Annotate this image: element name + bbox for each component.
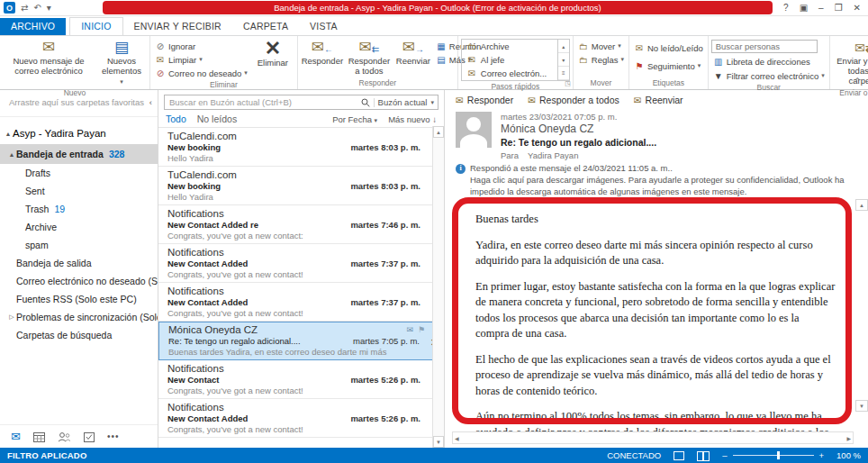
zoom-in-icon[interactable]: + xyxy=(819,450,825,460)
message-row[interactable]: TuCalendi.com New bookingmartes 8:03 p. … xyxy=(158,128,444,167)
message-sender[interactable]: Mónica Oneyda CZ xyxy=(501,123,857,135)
folder-carpetas-busqueda[interactable]: Carpetas de búsqueda xyxy=(0,326,158,344)
reply-all-icon: ✉ xyxy=(528,95,536,105)
reenviar-button[interactable]: ✉→ Reenviar xyxy=(394,38,432,68)
tab-vista[interactable]: VISTA xyxy=(299,18,348,35)
quick-steps-dialog-launcher-icon[interactable]: ◳ xyxy=(565,80,571,87)
eliminar-button[interactable]: ✕ Eliminar xyxy=(251,38,294,69)
new-items-button[interactable]: ▤ Nuevos elementos ▾ xyxy=(96,38,147,87)
people-nav-icon[interactable] xyxy=(58,431,71,442)
responder-action[interactable]: ✉Responder xyxy=(456,95,513,105)
zoom-level[interactable]: 100 % xyxy=(836,450,861,460)
restore-button[interactable]: ❐ xyxy=(835,3,843,13)
close-button[interactable]: ✕ xyxy=(854,3,861,13)
search-input[interactable]: Buscar en Buzón actual (Ctrl+B) xyxy=(165,97,357,107)
quick-steps-scroll[interactable]: ▴▾≡ xyxy=(557,40,569,80)
reenviar-action[interactable]: ✉Reenviar xyxy=(634,95,683,105)
qat-customize-caret-icon[interactable]: ▾ xyxy=(47,4,51,13)
no-leido-button[interactable]: ✉No leído/Leído xyxy=(632,41,705,54)
message-row-selected[interactable]: ✉⚑ ✕ Mónica Oneyda CZ Re: Te tengo un re… xyxy=(158,322,444,360)
scroll-left-icon[interactable]: ◀ xyxy=(455,435,459,441)
tasks-nav-icon[interactable] xyxy=(84,431,95,442)
reading-pane-scrollbar[interactable]: ▲ ▼ xyxy=(855,199,868,412)
scroll-up-icon[interactable]: ▲ xyxy=(855,199,868,211)
tab-enviar-y-recibir[interactable]: ENVIAR Y RECIBIR xyxy=(123,18,232,35)
message-row[interactable]: Notifications New Contact Addedmartes 5:… xyxy=(158,399,444,438)
normal-view-icon[interactable] xyxy=(674,451,684,460)
send-receive-icon[interactable]: ⇄ xyxy=(21,4,28,13)
reading-view-icon[interactable] xyxy=(697,451,710,460)
reply-all-icon: ✉⇇ xyxy=(359,39,380,57)
tab-carpeta[interactable]: CARPETA xyxy=(232,18,299,35)
scroll-down-icon[interactable]: ▼ xyxy=(433,436,444,448)
help-button[interactable]: ? xyxy=(783,3,789,13)
limpiar-button[interactable]: ✉Limpiar▾ xyxy=(153,53,249,66)
message-row[interactable]: Notifications New Contact Added remartes… xyxy=(158,205,444,244)
tab-inicio[interactable]: INICIO xyxy=(69,17,122,35)
unread-envelope-icon: ✉ xyxy=(634,43,645,53)
connected-status: CONECTADO xyxy=(607,450,661,460)
undo-icon[interactable]: ↶ xyxy=(33,4,41,13)
folder-bandeja-salida[interactable]: Bandeja de salida xyxy=(0,254,158,272)
sort-by-dropdown[interactable]: Por Fecha ▾ xyxy=(332,114,377,124)
message-row[interactable]: Notifications New Contact Addedmartes 7:… xyxy=(158,244,444,283)
responder-a-todos-button[interactable]: ✉⇇ Responder a todos xyxy=(346,38,393,77)
quick-step-al-jefe[interactable]: ✉Al jefe xyxy=(462,53,557,67)
enviar-recibir-button[interactable]: ✉⇄ Enviar y recibir todas las carpetas xyxy=(833,38,868,87)
folder-sent[interactable]: Sent xyxy=(0,182,158,200)
reglas-button[interactable]: 🗀Reglas▾ xyxy=(576,53,626,66)
calendar-nav-icon[interactable] xyxy=(33,431,45,442)
folder-trash[interactable]: Trash19 xyxy=(0,200,158,218)
message-body-container: Buenas tardes Yadira, en este correo des… xyxy=(445,197,868,431)
collapse-ribbon-icon[interactable]: ⌃ xyxy=(854,77,861,86)
responder-todos-action[interactable]: ✉Responder a todos xyxy=(528,95,619,105)
ribbon-display-options-button[interactable]: ▣ xyxy=(800,3,808,13)
libreta-direcciones-button[interactable]: ▥Libreta de direcciones xyxy=(711,55,827,68)
folder-archive[interactable]: Archive xyxy=(0,218,158,236)
new-mail-button[interactable]: ✉ Nuevo mensaje de correo electrónico xyxy=(3,38,95,77)
sort-direction[interactable]: Más nuevo ↓ xyxy=(388,114,437,124)
folder-tree: ▲Asyp - Yadira Payan ▲Bandeja de entrada… xyxy=(0,117,158,424)
scroll-up-icon[interactable]: ▲ xyxy=(433,126,444,138)
filter-todo[interactable]: Todo xyxy=(166,113,186,124)
correo-no-deseado-button[interactable]: ⊘Correo no deseado▾ xyxy=(153,67,249,79)
message-list-scrollbar[interactable]: ▲ ▼ xyxy=(432,126,444,448)
nav-more-icon[interactable]: ••• xyxy=(107,431,120,441)
horizontal-scrollbar[interactable]: ◀ ▶ xyxy=(452,431,854,444)
folder-drafts[interactable]: Drafts xyxy=(0,164,158,182)
filter-funnel-icon: ▼ xyxy=(713,71,724,81)
quick-step-archive[interactable]: 🗀Archive xyxy=(462,40,557,53)
filtrar-correo-button[interactable]: ▼Filtrar correo electrónico▾ xyxy=(711,69,827,82)
scroll-down-icon[interactable]: ▼ xyxy=(855,400,868,412)
forward-icon: ✉→ xyxy=(402,39,424,57)
filter-applied-status[interactable]: FILTRO APLICADO xyxy=(7,450,87,460)
ignorar-button[interactable]: ⊘Ignorar xyxy=(153,40,249,52)
message-row[interactable]: Notifications New Contact Addedmartes 7:… xyxy=(158,283,444,322)
seguimiento-button[interactable]: ⚑Seguimiento▾ xyxy=(632,59,705,72)
search-scope-dropdown[interactable]: Buzón actual▾ xyxy=(375,97,438,107)
folder-spam[interactable]: spam xyxy=(0,236,158,254)
folder-account[interactable]: ▲Asyp - Yadira Payan xyxy=(0,123,158,144)
minimize-button[interactable]: – xyxy=(818,3,824,13)
folder-fuentes-rss[interactable]: Fuentes RSS (Solo este PC) xyxy=(0,290,158,308)
scroll-right-icon[interactable]: ▶ xyxy=(846,435,851,441)
message-row[interactable]: Notifications New Contactmartes 5:26 p. … xyxy=(158,360,444,399)
message-row[interactable]: TuCalendi.com New bookingmartes 8:03 p. … xyxy=(158,167,444,205)
folder-no-deseado[interactable]: Correo electrónico no deseado (Sol... xyxy=(0,272,158,290)
flag-icon[interactable]: ⚑ xyxy=(418,325,425,334)
search-icon[interactable] xyxy=(357,98,375,107)
filter-no-leidos[interactable]: No leídos xyxy=(197,113,237,124)
collapse-folder-pane-icon[interactable]: ‹ xyxy=(149,97,152,107)
responder-button[interactable]: ✉← Responder xyxy=(301,38,344,68)
zoom-out-icon[interactable]: – xyxy=(722,450,727,460)
mail-nav-icon[interactable]: ✉ xyxy=(11,430,21,443)
quick-step-correo[interactable]: ✉Correo electrón... xyxy=(462,67,557,80)
buscar-personas-input[interactable] xyxy=(711,40,818,53)
download-images-notice[interactable]: Haga clic aquí para descargar imágenes. … xyxy=(456,175,857,198)
folder-problemas-sync[interactable]: ▷Problemas de sincronización (Solo e... xyxy=(0,308,158,326)
mover-button[interactable]: 🗀Mover▾ xyxy=(576,40,626,52)
folder-bandeja-entrada[interactable]: ▲Bandeja de entrada328 xyxy=(0,144,158,164)
tab-archivo[interactable]: ARCHIVO xyxy=(0,18,66,35)
recipient-link[interactable]: Yadira Payan xyxy=(528,150,578,160)
zoom-slider[interactable] xyxy=(733,455,814,456)
